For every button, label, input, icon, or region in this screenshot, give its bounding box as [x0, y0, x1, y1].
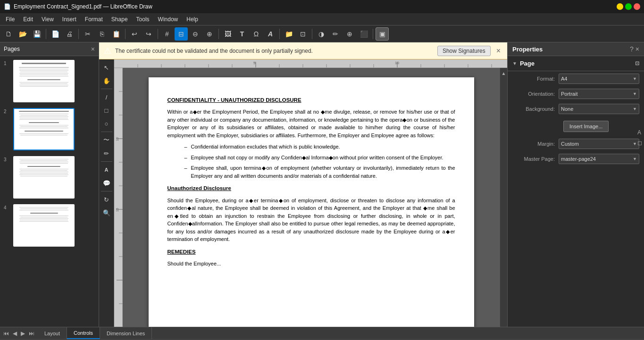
- menu-shape[interactable]: Shape: [108, 15, 132, 24]
- menu-insert[interactable]: Insert: [59, 15, 80, 24]
- orientation-select[interactable]: Portrait ▼: [559, 89, 639, 99]
- rect-tool[interactable]: □: [100, 104, 113, 116]
- first-page-button[interactable]: ⏮: [2, 330, 10, 337]
- print-button[interactable]: 🖨: [63, 27, 76, 41]
- text-tool[interactable]: A: [100, 164, 113, 176]
- tab-dimension-lines[interactable]: Dimension Lines: [100, 327, 152, 339]
- menu-file[interactable]: File: [2, 15, 18, 24]
- cut-button[interactable]: ✂: [81, 27, 94, 41]
- minimize-button[interactable]: [617, 3, 623, 10]
- zoom-increase-button[interactable]: ⊕: [203, 27, 216, 41]
- page-thumb-2[interactable]: 2: [4, 108, 95, 150]
- freeform-tool[interactable]: ✏: [100, 147, 113, 159]
- zoom-tool[interactable]: 🔍: [100, 207, 113, 219]
- snap-grid-button[interactable]: #: [160, 27, 174, 41]
- menu-window[interactable]: Window: [154, 15, 182, 24]
- pages-close-button[interactable]: ×: [91, 45, 95, 53]
- open-button[interactable]: 📂: [16, 27, 29, 41]
- pan-tool[interactable]: ✋: [100, 75, 113, 87]
- select-tool[interactable]: ↖: [100, 61, 113, 74]
- copy-button[interactable]: ⎘: [95, 27, 109, 41]
- tab-layout[interactable]: Layout: [38, 327, 67, 339]
- callout-tool[interactable]: 💬: [100, 177, 113, 189]
- more-options-icon[interactable]: ⊡: [635, 60, 639, 66]
- point-edit-button[interactable]: ✏: [329, 27, 342, 41]
- menu-edit[interactable]: Edit: [19, 15, 37, 24]
- menu-help[interactable]: Help: [183, 15, 202, 24]
- insert-image-button[interactable]: 🖼: [221, 27, 234, 41]
- page-thumb-3[interactable]: 3: [4, 156, 95, 199]
- maximize-button[interactable]: [625, 3, 632, 10]
- page-thumbnail-3[interactable]: [13, 156, 75, 199]
- warning-banner: ⚠ The certificate could not be validated…: [99, 42, 507, 59]
- ruler-marks-vert: 10 15: [114, 68, 123, 327]
- properties-help-button[interactable]: ?: [630, 45, 634, 53]
- svg-text:15: 15: [116, 208, 119, 212]
- insert-fontwork-button[interactable]: A: [264, 27, 277, 41]
- vertical-ruler: 10 15: [114, 68, 123, 327]
- doc-list: Confidential information excludes that w…: [182, 143, 455, 180]
- format-select[interactable]: A4 ▼: [559, 74, 639, 84]
- menu-tools[interactable]: Tools: [133, 15, 153, 24]
- scroll-up-button[interactable]: ▲: [501, 70, 507, 76]
- zoom-reduce-button[interactable]: ⊖: [189, 27, 202, 41]
- menu-view[interactable]: View: [38, 15, 58, 24]
- toggle-extrusion-button[interactable]: ◑: [315, 27, 328, 41]
- background-value: None: [561, 106, 573, 112]
- side-tools: ↖ ✋ / □ ○ 〜 ✏ A 💬 ↻ 🔍: [99, 59, 114, 327]
- tool-sep1: [101, 89, 112, 89]
- background-select[interactable]: None ▼: [559, 104, 639, 114]
- properties-close-button[interactable]: ×: [636, 45, 639, 53]
- save-button[interactable]: 💾: [30, 27, 43, 41]
- snap-page-button[interactable]: ⊟: [175, 27, 188, 41]
- master-page-select[interactable]: master-page24 ▼: [559, 154, 639, 164]
- right-scrollbar[interactable]: ▲: [500, 68, 507, 327]
- page-thumb-4[interactable]: 4: [4, 204, 95, 247]
- properties-title: Properties: [512, 46, 543, 53]
- insert-textbox-button[interactable]: T: [235, 27, 249, 41]
- margin-select[interactable]: Custom ▼: [559, 139, 639, 149]
- page-thumbnail-4[interactable]: [13, 204, 75, 247]
- panel-icon-2[interactable]: ◻: [637, 140, 643, 146]
- curve-tool[interactable]: 〜: [100, 134, 113, 146]
- doc-paragraph-2: Should the Employee, during or a◆er term…: [167, 197, 455, 243]
- orientation-select-arrow: ▼: [633, 91, 637, 96]
- close-button[interactable]: [634, 3, 640, 10]
- show-signatures-button[interactable]: Show Signatures: [437, 46, 491, 56]
- redo-button[interactable]: ↪: [142, 27, 155, 41]
- active-button[interactable]: ▣: [376, 27, 389, 41]
- from-file-button[interactable]: 📁: [282, 27, 295, 41]
- paste-button[interactable]: 📋: [109, 27, 123, 41]
- export-pdf-button[interactable]: 📄: [49, 27, 62, 41]
- doc-scroll-area[interactable]: CONFIDENTIALITY - UNAUTHORIZED DISCLOSUR…: [123, 68, 500, 327]
- rotate-tool[interactable]: ↻: [100, 193, 113, 206]
- ellipse-tool[interactable]: ○: [100, 117, 113, 130]
- glue-points-button[interactable]: ⊕: [343, 27, 356, 41]
- new-button[interactable]: 🗋: [2, 27, 15, 41]
- undo-button[interactable]: ↩: [128, 27, 141, 41]
- nav-buttons: ⏮ ◀ ▶ ⏭: [0, 327, 38, 339]
- next-page-button[interactable]: ▶: [19, 330, 26, 337]
- title-bar: 📄 Employment Contract_Signed1.pdf — Libr…: [0, 0, 644, 13]
- insert-special-button[interactable]: Ω: [250, 27, 263, 41]
- svg-text:10: 10: [395, 61, 399, 65]
- prev-page-button[interactable]: ◀: [11, 330, 18, 337]
- page-thumbnail-2[interactable]: [13, 108, 75, 150]
- master-page-label: Master Page:: [512, 156, 555, 162]
- line-tool[interactable]: /: [100, 91, 113, 103]
- panel-icon-1[interactable]: A: [637, 129, 643, 136]
- margin-value: Custom: [561, 141, 579, 147]
- crop-button[interactable]: ⊡: [296, 27, 309, 41]
- toolbar-sep1: [46, 29, 46, 39]
- page-thumb-1[interactable]: 1: [4, 60, 95, 102]
- svg-text:10: 10: [116, 137, 119, 141]
- last-page-button[interactable]: ⏭: [27, 330, 36, 337]
- close-banner-button[interactable]: ×: [494, 47, 502, 55]
- toggle-3d-button[interactable]: ⬛: [357, 27, 370, 41]
- tab-controls[interactable]: Controls: [67, 327, 100, 339]
- background-select-arrow: ▼: [633, 107, 637, 111]
- page-thumbnail-1[interactable]: [13, 60, 75, 102]
- menu-format[interactable]: Format: [81, 15, 107, 24]
- expand-icon[interactable]: ▼: [512, 61, 517, 66]
- insert-image-button[interactable]: Insert Image...: [563, 121, 609, 132]
